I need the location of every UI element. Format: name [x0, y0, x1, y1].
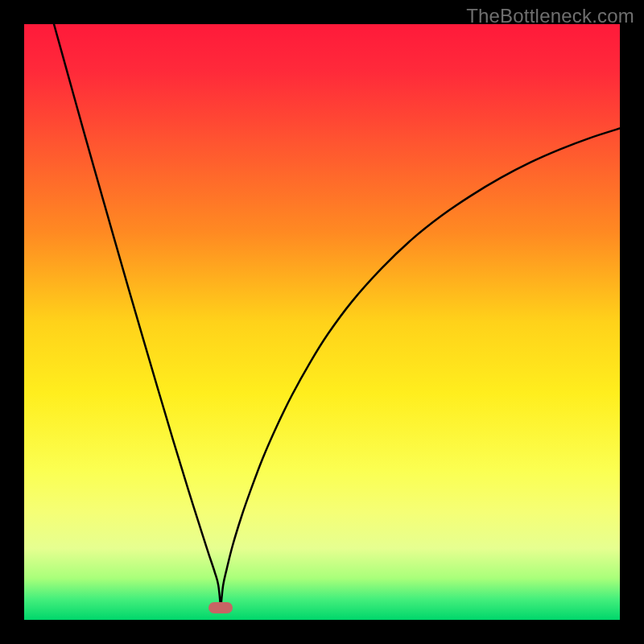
bottleneck-curve: [54, 24, 620, 608]
optimal-point-marker: [208, 602, 233, 613]
chart-frame: TheBottleneck.com: [0, 0, 644, 644]
plot-area: [24, 24, 620, 620]
curve-layer: [24, 24, 620, 620]
